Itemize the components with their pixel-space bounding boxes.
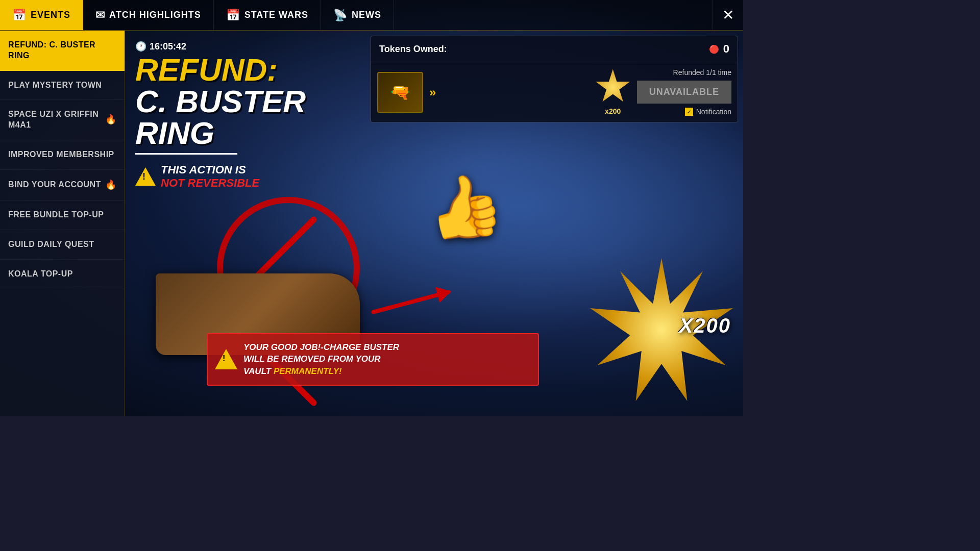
fire-icon-2: 🔥 [105,179,117,191]
sidebar-item-mystery-label: PLAY MYSTERY TOWN [8,80,102,91]
big-star-count: X200 [679,314,731,337]
sidebar-item-improved-membership[interactable]: IMPROVED MEMBERSHIP [0,140,125,170]
notification-checkbox[interactable]: ✓ [685,108,693,116]
permanently-label: PERMANENTLY! [274,366,342,376]
bottom-warning-line3: VAULT PERMANENTLY! [243,365,399,378]
notification-row[interactable]: ✓ Notification [685,108,731,116]
sidebar-item-guild-quest[interactable]: GUILD DAILY QUEST [0,230,125,260]
warning-text: THIS ACTION IS NOT REVERSIBLE [161,163,259,190]
warning-line2: NOT REVERSIBLE [161,177,259,190]
refund-info: Refunded 1/1 time UNAVAILABLE ✓ Notifica… [637,68,731,116]
sidebar-item-refund-label: REFUND: C. BUSTER RING [8,40,116,61]
arrow-forward-icon: » [429,85,436,99]
bottom-warning-triangle-icon [215,349,237,369]
event-title-line3: RING [135,117,306,149]
item-preview: 🔫 [377,72,423,113]
nav-match-label: ATCH HIGHLIGHTS [109,10,201,20]
thumbs-up-icon: 👍 [421,165,508,249]
close-button[interactable]: ✕ [713,0,743,30]
event-title-line2-text: C. BUSTER [135,84,306,119]
warning-triangle-icon [135,167,156,186]
bottom-warning-banner: YOUR GOOD JOB!-CHARGE BUSTER WILL BE REM… [207,333,539,386]
warning-box: THIS ACTION IS NOT REVERSIBLE [135,163,259,190]
sidebar-item-refund[interactable]: REFUND: C. BUSTER RING [0,31,125,71]
warning-line1: THIS ACTION IS [161,163,259,177]
timer-row: 🕐 16:05:42 [135,41,306,52]
sidebar-item-bind-label: BIND YOUR ACCOUNT [8,180,101,190]
clock-icon: 🕐 [135,41,146,52]
tokens-count-row: 🔴 0 [709,42,729,56]
calendar-icon: 📅 [12,9,27,22]
main-content: 🕐 16:05:42 REFUND: C. BUSTER RING THIS A… [125,31,743,416]
event-header: 🕐 16:05:42 REFUND: C. BUSTER RING [135,41,306,155]
bottom-warning-line1: YOUR GOOD JOB!-CHARGE BUSTER [243,341,399,354]
sidebar-item-membership-label: IMPROVED MEMBERSHIP [8,149,114,160]
token-icon: 🔴 [709,44,719,54]
event-title-line2: C. BUSTER [135,86,306,117]
event-title-line1: REFUND: [135,54,306,86]
fire-icon: 🔥 [105,114,117,126]
close-icon: ✕ [722,7,734,23]
sidebar-item-guild-label: GUILD DAILY QUEST [8,239,94,250]
sidebar-item-bind-account[interactable]: BIND YOUR ACCOUNT 🔥 [0,170,125,201]
signal-icon: 📡 [333,9,348,22]
sidebar-item-koala-topup[interactable]: KOALA TOP-UP [0,260,125,289]
sidebar-item-space-label: SPACE UZI X GRIFFIN M4A1 [8,109,105,131]
calendar2-icon: 📅 [226,9,240,22]
sidebar-item-mystery-town[interactable]: PLAY MYSTERY TOWN [0,71,125,101]
sidebar-item-bundle-label: FREE BUNDLE TOP-UP [8,210,104,220]
nav-item-match-highlights[interactable]: ✉ ATCH HIGHLIGHTS [83,0,214,30]
refunded-text: Refunded 1/1 time [673,68,731,77]
sidebar-item-free-bundle[interactable]: FREE BUNDLE TOP-UP [0,201,125,230]
bottom-warning-text: YOUR GOOD JOB!-CHARGE BUSTER WILL BE REM… [243,341,399,378]
nav-item-events[interactable]: 📅 EVENTS [0,0,83,30]
nav-item-news[interactable]: 📡 NEWS [321,0,394,30]
event-timer: 16:05:42 [150,41,186,52]
tokens-body: 🔫 » x200 Refunded 1/1 time UNAVAILABLE ✓… [371,62,738,122]
bottom-warning-line2: WILL BE REMOVED FROM YOUR [243,353,399,365]
tokens-label: Tokens Owned: [379,44,447,55]
reward-count: x200 [605,107,621,115]
nav-state-wars-label: STATE WARS [244,10,308,20]
big-star-container: X200 [570,222,743,416]
sidebar: REFUND: C. BUSTER RING PLAY MYSTERY TOWN… [0,31,125,416]
tokens-value: 0 [723,42,729,56]
notification-label: Notification [696,108,731,116]
sidebar-item-space-uzi[interactable]: SPACE UZI X GRIFFIN M4A1 🔥 [0,100,125,140]
nav-events-label: EVENTS [31,10,70,20]
event-title: REFUND: C. BUSTER RING [135,54,306,149]
top-nav: 📅 EVENTS ✉ ATCH HIGHLIGHTS 📅 STATE WARS … [0,0,743,31]
unavailable-button[interactable]: UNAVAILABLE [637,81,731,104]
star-count-label: X200 [679,314,731,337]
reward-preview: x200 [595,69,631,115]
weapon-area: 👍 [156,161,513,355]
tokens-panel: Tokens Owned: 🔴 0 🔫 » x200 Refunded 1/1 … [371,36,738,122]
nav-item-state-wars[interactable]: 📅 STATE WARS [214,0,321,30]
reward-star-icon [595,69,631,105]
nav-news-label: NEWS [352,10,381,20]
red-arrow [371,289,451,314]
sidebar-item-koala-label: KOALA TOP-UP [8,269,73,280]
tokens-header: Tokens Owned: 🔴 0 [371,36,738,62]
mail-icon: ✉ [95,9,105,22]
